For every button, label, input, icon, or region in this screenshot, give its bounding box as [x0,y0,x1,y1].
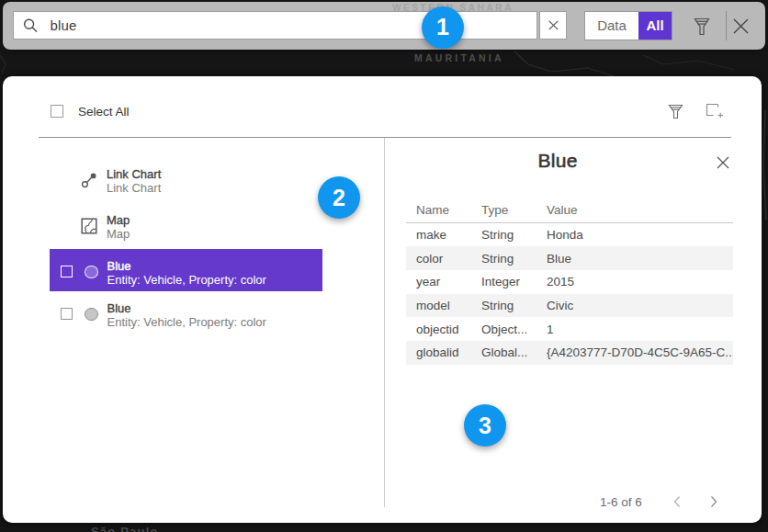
result-title: Blue [107,259,266,273]
cell-name: color [406,252,471,266]
screenshot-stage: MAURITANIA São Paulo WESTERN SAHARA blue… [0,0,768,532]
cell-value: 2015 [536,275,733,289]
table-row: year Integer 2015 [406,270,733,294]
add-selection-icon[interactable] [706,103,724,119]
result-title: Blue [107,301,266,315]
filter-icon[interactable] [693,17,711,37]
link-chart-icon [81,172,97,188]
cell-name: make [406,228,471,242]
chevron-right-icon[interactable] [708,495,719,508]
table-row: globalid Global... {A4203777-D70D-4C5C-9… [406,341,733,365]
result-subtitle: Map [107,227,130,242]
toolbar-divider [726,11,727,40]
column-header-name: Name [406,203,471,217]
close-icon [548,20,559,30]
table-row: color String Blue [406,246,733,270]
map-label-mauritania: MAURITANIA [414,52,504,63]
badge-number: 1 [436,14,449,40]
map-icon [81,218,97,234]
result-title: Link Chart [107,167,161,181]
badge-number: 3 [479,413,491,439]
clear-search-button[interactable] [539,11,567,40]
cell-type: String [471,252,536,266]
search-input-value: blue [51,17,77,33]
toggle-option-data[interactable]: Data [585,12,638,40]
select-all-checkbox[interactable] [51,105,63,118]
annotation-badge-2: 2 [318,176,360,219]
pagination-label: 1-6 of 6 [600,495,642,509]
result-item-link-chart[interactable]: Link Chart Link Chart [50,157,322,199]
properties-table: Name Type Value make String Honda color … [406,198,733,365]
result-subtitle: Entity: Vehicle, Property: color [107,273,266,288]
cell-type: Global... [471,345,536,359]
column-header-value: Value [536,203,733,217]
filter-icon[interactable] [668,104,683,119]
search-toolbar: WESTERN SAHARA blue Data All [3,2,765,51]
result-title: Map [107,213,130,227]
cell-value: Honda [536,228,733,242]
result-subtitle: Entity: Vehicle, Property: color [107,315,266,330]
cell-value: Civic [536,299,733,312]
detail-panel-title: Blue [384,150,731,172]
chevron-left-icon[interactable] [672,495,683,508]
close-detail-icon[interactable] [717,156,729,169]
result-subtitle: Link Chart [107,181,161,196]
cell-type: String [471,299,536,312]
result-item-blue[interactable]: Blue Entity: Vehicle, Property: color [50,291,322,334]
cell-type: Integer [471,275,536,289]
cell-value: Blue [536,252,733,266]
table-row: objectid Object... 1 [406,317,733,341]
annotation-badge-3: 3 [464,404,506,447]
table-row: model String Civic [406,294,733,318]
select-all-label: Select All [78,105,130,119]
cell-value: 1 [536,323,733,336]
cell-value: {A4203777-D70D-4C5C-9A65-C... [536,345,733,359]
table-header-row: Name Type Value [406,198,733,223]
cell-name: year [406,275,471,289]
column-header-type: Type [471,203,536,217]
list-detail-divider [384,138,385,507]
close-search-icon[interactable] [733,18,749,34]
result-checkbox[interactable] [61,308,73,320]
cell-name: objectid [406,323,471,336]
table-row: make String Honda [406,223,733,247]
map-label-sao-paulo: São Paulo [91,525,159,532]
search-icon [21,17,40,35]
cell-type: String [471,228,536,242]
result-item-map[interactable]: Map Map [50,203,322,245]
header-divider [39,137,731,138]
scope-toggle: Data All [584,11,672,40]
entity-circle-icon [85,308,98,322]
search-results-panel: Select All Link Chart Link Chart [3,76,762,523]
cell-type: Object... [471,323,536,336]
entity-circle-icon [85,266,98,279]
result-checkbox[interactable] [61,266,73,277]
toggle-option-all[interactable]: All [638,12,672,40]
cell-name: model [406,299,471,312]
annotation-badge-1: 1 [422,6,464,49]
badge-number: 2 [333,185,345,211]
cell-name: globalid [406,345,471,359]
result-item-blue-selected[interactable]: Blue Entity: Vehicle, Property: color [50,249,322,291]
